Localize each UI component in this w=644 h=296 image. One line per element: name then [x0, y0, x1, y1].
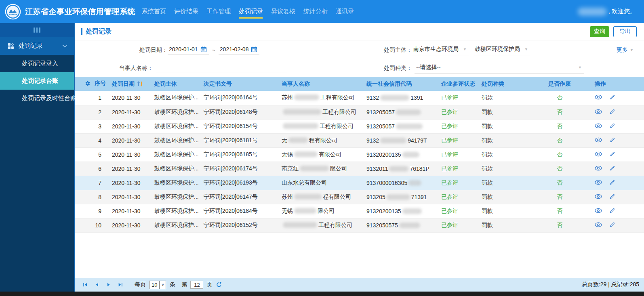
- redacted-text: [294, 208, 316, 214]
- redacted-text: [294, 194, 322, 199]
- column-header-date[interactable]: 处罚日期: [107, 77, 149, 91]
- party-name-input[interactable]: [156, 63, 287, 73]
- redacted-text: [402, 208, 422, 214]
- edit-icon[interactable]: [609, 109, 615, 116]
- redacted-text: [380, 95, 409, 101]
- sidebar-subitem-0[interactable]: 处罚记录录入: [0, 55, 74, 72]
- sidebar-parent-label: 处罚记录: [19, 42, 43, 50]
- table-row[interactable]: 12020-11-30鼓楼区环境保护...宁环罚[2020]06164号苏州工程…: [75, 91, 644, 105]
- nav-item-5[interactable]: 统计分析: [303, 4, 328, 19]
- date-to-field[interactable]: 2021-02-08: [219, 45, 260, 55]
- page-number-input[interactable]: 12: [190, 281, 203, 289]
- cell-date: 2020-11-30: [107, 162, 149, 176]
- records-table: 序号 处罚日期 处罚主体 决定书文号 当事人名称 统一社会信用代码 企业参评状态…: [75, 77, 644, 233]
- table-row[interactable]: 102020-11-30鼓楼区环境保护...宁环罚[2020]06152号工程有…: [75, 218, 644, 232]
- edit-icon[interactable]: [609, 137, 615, 144]
- table-row[interactable]: 52020-11-30鼓楼区环境保护...宁环罚[2020]06185号无锡有限…: [75, 147, 644, 162]
- settings-icon[interactable]: [84, 80, 90, 88]
- view-icon[interactable]: [595, 123, 602, 130]
- edit-icon[interactable]: [609, 208, 615, 215]
- view-icon[interactable]: [595, 222, 602, 229]
- nav-item-6[interactable]: 通讯录: [335, 4, 355, 19]
- table-row[interactable]: 42020-11-30鼓楼区环境保护...宁环罚[2020]06181号无程有限…: [75, 133, 644, 147]
- table-row[interactable]: 92020-11-30鼓楼区环境保护...宁环罚[2020]06184号无锡限公…: [75, 204, 644, 218]
- cell-type: 罚款: [477, 105, 533, 119]
- cell-date: 2020-11-30: [107, 190, 149, 204]
- penalty-type-select[interactable]: --请选择-- ▼: [415, 63, 584, 73]
- penalty-type-label: 处罚种类：: [384, 65, 412, 72]
- date-from-value: 2020-01-01: [169, 46, 198, 52]
- sidebar-subitem-1[interactable]: 处罚记录台账: [0, 72, 74, 90]
- redacted-text: [380, 138, 406, 143]
- main-content: 处罚记录 查询 导出 处罚日期： 2020-01-01 ~ 2021-02-08: [75, 23, 644, 292]
- cell-index: 1: [75, 91, 107, 105]
- column-header-index: 序号: [75, 77, 107, 91]
- table-row[interactable]: 72020-11-30鼓楼区环境保护...宁环罚[2020]06193号山东水总…: [75, 176, 644, 190]
- last-page-button[interactable]: [118, 282, 123, 287]
- cell-actions: [586, 190, 644, 204]
- redacted-text: [402, 152, 419, 157]
- column-header-actions: 操作: [586, 77, 644, 91]
- view-icon[interactable]: [595, 137, 602, 144]
- sidebar-collapse-button[interactable]: [0, 23, 74, 37]
- nav-item-4[interactable]: 异议复核: [270, 4, 296, 19]
- edit-icon[interactable]: [609, 193, 615, 201]
- calendar-icon[interactable]: [200, 46, 207, 52]
- date-to-value: 2021-02-08: [220, 46, 249, 52]
- table-row[interactable]: 32020-11-30鼓楼区环境保护...宁环罚[2020]06154号工程有限…: [75, 119, 644, 133]
- view-icon[interactable]: [595, 194, 602, 200]
- cell-credit-code: 91320200135: [362, 204, 436, 218]
- welcome-text: , 欢迎您。: [608, 8, 636, 15]
- cell-actions: [586, 162, 644, 176]
- view-icon[interactable]: [595, 151, 602, 158]
- calendar-icon[interactable]: [251, 46, 257, 52]
- more-filters-link[interactable]: 更多: [617, 46, 628, 54]
- view-icon[interactable]: [595, 94, 602, 101]
- cell-type: 罚款: [477, 91, 533, 105]
- query-button[interactable]: 查询: [590, 26, 609, 37]
- table-row[interactable]: 62020-11-30鼓楼区环境保护...宁环罚[2020]06174号南京红限…: [75, 162, 644, 176]
- cell-subject: 鼓楼区环境保护...: [149, 162, 199, 176]
- sort-icon[interactable]: [137, 81, 143, 88]
- per-page-select[interactable]: 10 ∨: [149, 281, 166, 289]
- view-icon[interactable]: [595, 166, 602, 172]
- dropdown-arrow-icon: ▼: [578, 65, 582, 69]
- prev-page-button[interactable]: [95, 282, 99, 287]
- cell-credit-code: 91320571391: [362, 190, 436, 204]
- title-marker: [81, 28, 82, 35]
- system-title: 江苏省企事业环保信用管理系统: [25, 6, 135, 17]
- first-page-button[interactable]: [83, 282, 88, 287]
- subject-dropdown-1[interactable]: 南京市生态环境局 ▼: [412, 45, 469, 55]
- cell-void: 否: [533, 133, 586, 147]
- edit-icon[interactable]: [609, 165, 615, 172]
- edit-icon[interactable]: [609, 151, 615, 158]
- export-button[interactable]: 导出: [613, 26, 637, 37]
- nav-item-0[interactable]: 系统首页: [141, 4, 167, 19]
- cell-date: 2020-11-30: [107, 119, 149, 133]
- view-icon[interactable]: [595, 180, 602, 186]
- column-header-credit-code: 统一社会信用代码: [362, 77, 436, 91]
- table-row[interactable]: 22020-11-30鼓楼区环境保护...宁环罚[2020]06148号工程有限…: [75, 105, 644, 119]
- next-page-button[interactable]: [106, 282, 111, 287]
- nav-item-1[interactable]: 评价结果: [173, 4, 199, 19]
- sidebar-subitem-2[interactable]: 处罚记录及时性台账: [0, 90, 74, 107]
- edit-icon[interactable]: [609, 222, 615, 229]
- edit-icon[interactable]: [609, 179, 615, 187]
- view-icon[interactable]: [595, 208, 602, 214]
- refresh-icon[interactable]: [216, 282, 222, 288]
- collapse-bar-icon: [34, 27, 35, 33]
- view-icon[interactable]: [595, 109, 602, 115]
- subject-dropdown-2[interactable]: 鼓楼区环境保护局 ▼: [474, 45, 530, 55]
- sidebar-menu-penalty-records[interactable]: 处罚记录: [0, 37, 74, 55]
- edit-icon[interactable]: [609, 123, 615, 130]
- table-row[interactable]: 82020-11-30鼓楼区环境保护...宁环罚[2020]06147号苏州程有…: [75, 190, 644, 204]
- cell-party: 南京红限公司: [277, 162, 362, 176]
- cell-type: 罚款: [477, 204, 533, 218]
- nav-item-2[interactable]: 工作管理: [206, 4, 232, 19]
- nav-item-3[interactable]: 处罚记录: [238, 4, 264, 19]
- cell-doc-number: 宁环罚[2020]06154号: [199, 119, 277, 133]
- cell-eval-status: 已参评: [436, 91, 477, 105]
- cell-void: 否: [533, 105, 586, 119]
- date-from-field[interactable]: 2020-01-01: [168, 45, 209, 55]
- edit-icon[interactable]: [609, 94, 615, 101]
